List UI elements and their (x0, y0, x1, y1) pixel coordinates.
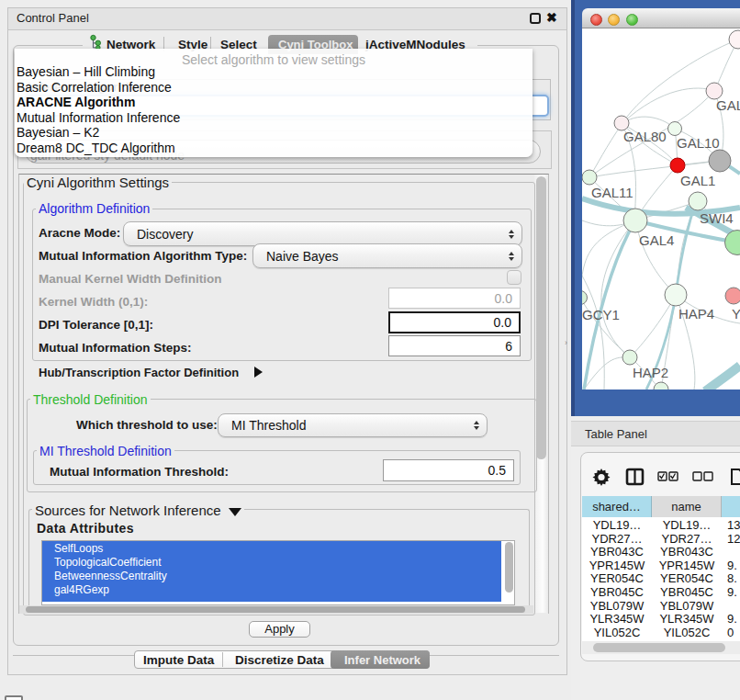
svg-text:GAL10: GAL10 (677, 135, 720, 151)
svg-text:Y: Y (732, 306, 740, 322)
svg-text:GAL80: GAL80 (623, 129, 667, 144)
svg-text:GAL: GAL (716, 97, 740, 113)
svg-text:GAL11: GAL11 (591, 185, 633, 200)
svg-text:HAP4: HAP4 (678, 306, 714, 322)
svg-text:GAL1: GAL1 (680, 173, 715, 188)
svg-text:SWI4: SWI4 (700, 210, 734, 226)
svg-text:GAL4: GAL4 (639, 232, 674, 248)
svg-text:HAP2: HAP2 (633, 365, 668, 380)
svg-text:GCY1: GCY1 (582, 307, 620, 322)
